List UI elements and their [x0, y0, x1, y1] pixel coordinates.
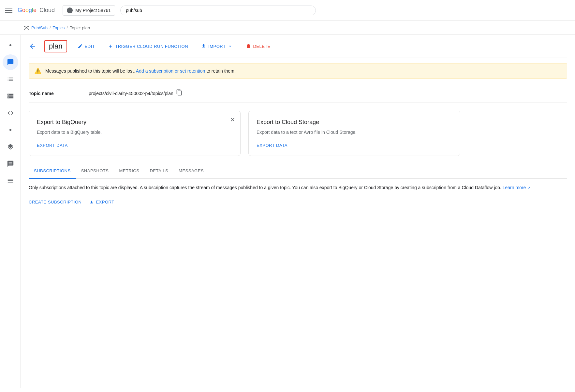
create-subscription-label: CREATE SUBSCRIPTION [29, 199, 81, 206]
toolbar: plan EDIT TRIGGER CLOUD RUN FUNCTION IMP… [29, 35, 567, 58]
copy-icon[interactable] [176, 89, 183, 97]
external-link-icon: ↗ [527, 186, 530, 190]
svg-point-1 [24, 26, 25, 27]
menu-icon [7, 177, 14, 184]
breadcrumb-current: Topic: plan [70, 25, 90, 30]
dot2-icon [9, 129, 11, 131]
back-button[interactable] [29, 42, 37, 50]
search-input[interactable] [126, 8, 310, 13]
breadcrumb-sep-1: / [50, 25, 51, 30]
top-header: Google Cloud My Project 58761 [0, 0, 575, 21]
storage-icon [7, 92, 14, 100]
code-icon [7, 109, 14, 117]
svg-line-6 [27, 26, 28, 28]
import-icon [201, 44, 206, 49]
import-label: IMPORT [208, 44, 226, 49]
sidebar-item-storage[interactable] [3, 88, 18, 104]
svg-line-5 [25, 26, 26, 28]
dot-icon [9, 44, 11, 46]
learn-more-link[interactable]: Learn more ↗ [503, 185, 530, 190]
export-card-bigquery: ✕ Export to BigQuery Export data to a Bi… [29, 111, 241, 156]
import-dropdown-icon [228, 44, 233, 49]
sidebar-item-chat[interactable] [3, 54, 18, 70]
trigger-button[interactable]: TRIGGER CLOUD RUN FUNCTION [105, 42, 191, 51]
warning-banner: ⚠️ Messages published to this topic will… [29, 63, 567, 79]
breadcrumb: Pub/Sub / Topics / Topic: plan [0, 21, 575, 35]
svg-point-3 [24, 29, 25, 30]
tab-snapshots[interactable]: SNAPSHOTS [76, 164, 114, 179]
create-subscription-link[interactable]: CREATE SUBSCRIPTION [29, 199, 81, 206]
warning-link[interactable]: Add a subscription or set retention [136, 68, 205, 74]
export-bigquery-desc: Export data to a BigQuery table. [37, 130, 232, 135]
subscription-description: Only subscriptions attached to this topi… [29, 184, 567, 191]
svg-line-8 [27, 28, 28, 29]
sidebar-item-dot[interactable] [3, 37, 18, 53]
svg-point-4 [28, 29, 29, 30]
action-links: CREATE SUBSCRIPTION EXPORT [29, 196, 567, 206]
breadcrumb-topics[interactable]: Topics [53, 25, 65, 30]
chat-icon [7, 59, 14, 66]
breadcrumb-sep-2: / [66, 25, 68, 30]
warning-message: Messages published to this topic will be… [45, 68, 236, 74]
trigger-label: TRIGGER CLOUD RUN FUNCTION [115, 44, 188, 49]
search-bar[interactable] [120, 6, 316, 15]
export-cloud-storage-title: Export to Cloud Storage [257, 119, 452, 126]
main-layout: plan EDIT TRIGGER CLOUD RUN FUNCTION IMP… [0, 35, 575, 388]
tab-metrics[interactable]: METRICS [114, 164, 144, 179]
sidebar-item-message[interactable] [3, 156, 18, 172]
tab-details[interactable]: DETAILS [144, 164, 173, 179]
export-label: EXPORT [96, 199, 114, 206]
export-cloud-storage-link[interactable]: EXPORT DATA [257, 143, 288, 148]
delete-button[interactable]: DELETE [243, 42, 273, 51]
topic-name-value: projects/civil-clarity-450002-p4/topics/… [89, 89, 183, 97]
export-bigquery-title: Export to BigQuery [37, 119, 232, 126]
svg-line-7 [25, 28, 26, 29]
topic-info: Topic name projects/civil-clarity-450002… [29, 84, 567, 103]
sidebar-item-list[interactable] [3, 71, 18, 87]
project-selector[interactable]: My Project 58761 [63, 5, 115, 16]
sidebar-item-dot2[interactable] [3, 122, 18, 138]
export-link[interactable]: EXPORT [89, 199, 114, 206]
project-avatar [67, 7, 73, 13]
tab-messages[interactable]: MESSAGES [173, 164, 209, 179]
export-cloud-storage-desc: Export data to a text or Avro file in Cl… [257, 130, 452, 135]
delete-icon [246, 44, 251, 49]
tabs: SUBSCRIPTIONS SNAPSHOTS METRICS DETAILS … [29, 164, 567, 179]
list-icon [7, 76, 14, 83]
tab-subscriptions[interactable]: SUBSCRIPTIONS [29, 164, 76, 179]
project-name: My Project 58761 [75, 8, 111, 13]
google-cloud-logo: Google Cloud [18, 7, 55, 14]
export-cards: ✕ Export to BigQuery Export data to a Bi… [29, 111, 567, 156]
breadcrumb-pubsub[interactable]: Pub/Sub [31, 25, 48, 30]
edit-icon [78, 44, 83, 49]
export-arrow-icon [89, 200, 94, 205]
sidebar-item-menu[interactable] [3, 173, 18, 189]
hamburger-menu[interactable] [5, 8, 12, 13]
pubsub-icon [23, 25, 29, 31]
edit-label: EDIT [85, 44, 95, 49]
topic-name-label: Topic name [29, 91, 81, 96]
layers-icon [7, 143, 14, 150]
import-button[interactable]: IMPORT [199, 42, 235, 51]
sidebar [0, 35, 21, 388]
tab-content: Only subscriptions attached to this topi… [29, 179, 567, 211]
content-area: plan EDIT TRIGGER CLOUD RUN FUNCTION IMP… [21, 35, 575, 388]
sidebar-item-code[interactable] [3, 105, 18, 121]
export-bigquery-link[interactable]: EXPORT DATA [37, 143, 68, 148]
sidebar-item-layers[interactable] [3, 139, 18, 155]
svg-point-2 [28, 26, 29, 27]
export-card-cloud-storage: Export to Cloud Storage Export data to a… [248, 111, 460, 156]
warning-icon: ⚠️ [34, 67, 41, 75]
close-bigquery-button[interactable]: ✕ [230, 116, 235, 123]
message-icon [7, 160, 14, 167]
delete-label: DELETE [253, 44, 271, 49]
trigger-icon [108, 44, 113, 49]
edit-button[interactable]: EDIT [75, 42, 98, 51]
topic-title: plan [44, 40, 67, 52]
